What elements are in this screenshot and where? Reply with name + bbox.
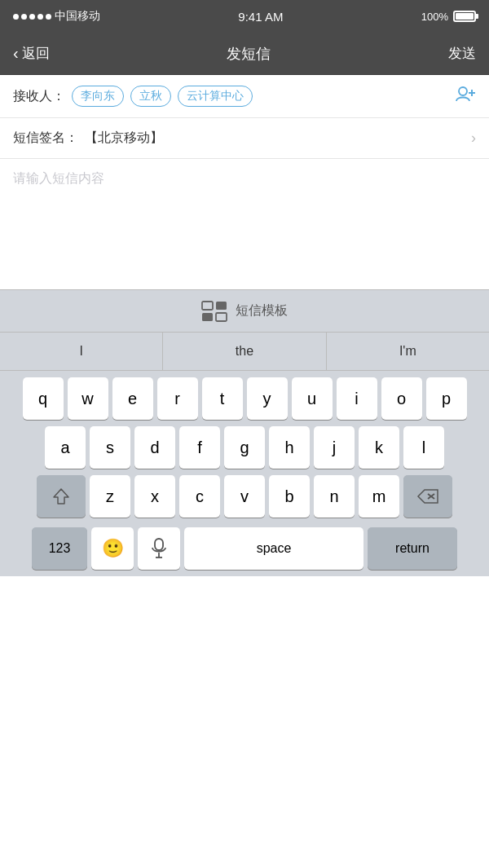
carrier-label: 中国移动: [55, 9, 100, 24]
autocomplete-item-1[interactable]: I: [0, 333, 163, 370]
key-i[interactable]: i: [337, 377, 377, 420]
recipients-row: 接收人： 李向东 立秋 云计算中心: [0, 75, 489, 118]
template-icon: [201, 301, 227, 322]
key-g[interactable]: g: [224, 426, 265, 469]
recipient-tag-1[interactable]: 李向东: [72, 86, 124, 107]
delete-icon: [416, 488, 439, 504]
add-recipient-button[interactable]: [455, 85, 476, 108]
key-c[interactable]: c: [179, 475, 220, 518]
battery-icon: [453, 11, 476, 22]
shift-icon: [52, 487, 70, 505]
recipients-label: 接收人：: [13, 88, 65, 105]
signature-label: 短信签名：: [13, 130, 78, 147]
svg-rect-4: [202, 313, 213, 321]
svg-rect-3: [202, 302, 213, 310]
key-k[interactable]: k: [359, 426, 399, 469]
recipients-list: 李向东 立秋 云计算中心: [72, 86, 448, 107]
key-l[interactable]: l: [403, 426, 444, 469]
key-n[interactable]: n: [314, 475, 355, 518]
add-person-icon: [455, 85, 476, 103]
mic-icon: [151, 538, 167, 559]
key-v[interactable]: v: [224, 475, 265, 518]
autocomplete-item-2[interactable]: the: [163, 333, 326, 370]
keyboard: q w e r t y u i o p a s d f g h j k l: [0, 371, 489, 576]
status-bar: 中国移动 9:41 AM 100%: [0, 0, 489, 33]
return-key[interactable]: return: [368, 527, 457, 570]
keyboard-row-2: a s d f g h j k l: [3, 426, 486, 469]
template-bar[interactable]: 短信模板: [0, 289, 489, 332]
svg-marker-7: [54, 489, 68, 504]
status-left: 中国移动: [13, 9, 100, 24]
key-q[interactable]: q: [23, 377, 64, 420]
key-b[interactable]: b: [269, 475, 310, 518]
content-area: 接收人： 李向东 立秋 云计算中心 短信签名： 【北京移动】 › 请输入短信内容: [0, 75, 489, 289]
send-button[interactable]: 发送: [448, 44, 476, 63]
svg-point-0: [459, 87, 467, 95]
template-label: 短信模板: [236, 302, 288, 319]
delete-key[interactable]: [403, 475, 452, 518]
battery-label: 100%: [421, 11, 448, 23]
key-u[interactable]: u: [292, 377, 333, 420]
svg-rect-5: [216, 302, 227, 310]
key-j[interactable]: j: [314, 426, 355, 469]
mic-key[interactable]: [138, 527, 180, 570]
key-p[interactable]: p: [426, 377, 467, 420]
key-r[interactable]: r: [157, 377, 198, 420]
svg-rect-6: [216, 313, 227, 321]
page-title: 发短信: [227, 44, 271, 64]
key-x[interactable]: x: [134, 475, 175, 518]
emoji-key[interactable]: 🙂: [91, 527, 134, 570]
keyboard-bottom-row: 123 🙂 space return: [0, 527, 489, 576]
chevron-left-icon: ‹: [13, 44, 19, 63]
key-z[interactable]: z: [90, 475, 130, 518]
key-t[interactable]: t: [202, 377, 243, 420]
key-f[interactable]: f: [179, 426, 220, 469]
key-m[interactable]: m: [359, 475, 399, 518]
key-e[interactable]: e: [112, 377, 153, 420]
key-d[interactable]: d: [134, 426, 175, 469]
chevron-right-icon: ›: [471, 130, 476, 147]
key-o[interactable]: o: [381, 377, 422, 420]
svg-rect-10: [155, 539, 163, 550]
key-s[interactable]: s: [90, 426, 130, 469]
key-a[interactable]: a: [45, 426, 86, 469]
key-h[interactable]: h: [269, 426, 310, 469]
keyboard-row-1: q w e r t y u i o p: [3, 377, 486, 420]
message-area[interactable]: 请输入短信内容: [0, 159, 489, 289]
signature-row[interactable]: 短信签名： 【北京移动】 ›: [0, 118, 489, 159]
recipient-tag-3[interactable]: 云计算中心: [178, 86, 253, 107]
shift-key[interactable]: [37, 475, 86, 518]
key-y[interactable]: y: [247, 377, 288, 420]
autocomplete-bar: I the I'm: [0, 332, 489, 371]
message-placeholder: 请输入短信内容: [13, 171, 104, 185]
key-123[interactable]: 123: [32, 527, 87, 570]
space-key[interactable]: space: [184, 527, 363, 570]
signal-icon: [13, 14, 51, 20]
autocomplete-item-3[interactable]: I'm: [327, 333, 489, 370]
back-button[interactable]: ‹ 返回: [13, 44, 50, 63]
signature-value: 【北京移动】: [85, 130, 471, 147]
back-label: 返回: [22, 44, 50, 63]
recipient-tag-2[interactable]: 立秋: [130, 86, 171, 107]
status-right: 100%: [421, 11, 476, 23]
keyboard-row-3: z x c v b n m: [3, 475, 486, 518]
key-w[interactable]: w: [68, 377, 108, 420]
nav-bar: ‹ 返回 发短信 发送: [0, 33, 489, 75]
time-label: 9:41 AM: [238, 10, 283, 24]
